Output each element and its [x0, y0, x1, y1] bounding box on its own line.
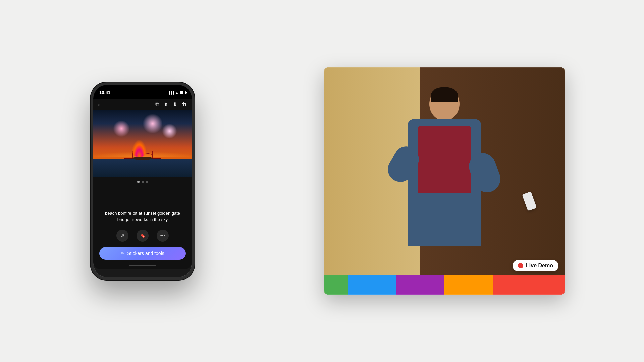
phone-time: 10:41	[99, 90, 110, 95]
live-demo-badge: Live Demo	[513, 260, 558, 272]
bonfire	[132, 140, 153, 160]
bonfire-base	[132, 157, 153, 160]
presenter-shirt	[418, 126, 471, 193]
toolbar-actions: ⧉ ⬆ ⬇ 🗑	[155, 101, 187, 108]
live-demo-label: Live Demo	[526, 263, 553, 269]
download-icon[interactable]: ⬇	[173, 101, 177, 108]
battery-icon	[180, 91, 186, 94]
carousel-dot-1[interactable]	[137, 181, 140, 183]
copy-icon[interactable]: ⧉	[155, 101, 159, 107]
bonfire-flames	[132, 140, 146, 157]
spacer	[93, 186, 192, 206]
image-caption-text: beach bonfire pit at sunset golden gate …	[105, 210, 180, 222]
home-bar	[129, 265, 156, 266]
presenter-body	[408, 119, 481, 246]
firework-2	[143, 114, 163, 134]
video-panel: Live Demo	[324, 67, 565, 295]
pencil-icon: ✏	[121, 251, 124, 256]
firework-3	[162, 124, 177, 139]
generated-image	[93, 110, 192, 177]
phone-notch	[126, 85, 159, 93]
bookmark-button[interactable]: 🔖	[137, 230, 149, 242]
carousel-dot-2[interactable]	[142, 181, 144, 183]
phone-toolbar: ‹ ⧉ ⬆ ⬇ 🗑	[93, 99, 192, 110]
refresh-button[interactable]: ↺	[116, 230, 128, 242]
live-indicator-dot	[518, 263, 523, 268]
phone-device: 10:41 ▐▐▐ ▲ ‹ ⧉ ⬆ ⬇ 🗑	[91, 82, 195, 280]
image-caption-area: beach bonfire pit at sunset golden gate …	[93, 206, 192, 228]
phone-action-icons: ↺ 🔖 •••	[93, 228, 192, 246]
wifi-icon: ▲	[175, 91, 178, 94]
firework-1	[113, 120, 130, 137]
floor-color-strip	[324, 275, 565, 295]
carousel-dot-3[interactable]	[146, 181, 148, 183]
delete-icon[interactable]: 🗑	[182, 101, 187, 107]
more-button[interactable]: •••	[157, 230, 169, 242]
presenter	[387, 87, 501, 275]
more-icon: •••	[160, 233, 165, 238]
refresh-icon: ↺	[120, 233, 124, 238]
back-button[interactable]: ‹	[98, 101, 155, 108]
share-icon[interactable]: ⬆	[164, 101, 168, 108]
stickers-tools-button[interactable]: ✏ Stickers and tools	[99, 247, 186, 260]
bookmark-icon: 🔖	[140, 233, 146, 238]
phone-status-bar: 10:41 ▐▐▐ ▲	[93, 85, 192, 99]
stickers-tools-label: Stickers and tools	[127, 251, 164, 256]
home-indicator	[93, 262, 192, 269]
phone-screen: ‹ ⧉ ⬆ ⬇ 🗑	[93, 99, 192, 262]
water-reflection	[93, 159, 192, 177]
signal-icon: ▐▐▐	[168, 91, 174, 94]
presenter-hair	[431, 87, 458, 102]
presenter-head	[429, 87, 460, 121]
phone-status-icons: ▐▐▐ ▲	[168, 91, 186, 94]
video-background: Live Demo	[324, 67, 565, 295]
image-carousel-dots	[93, 177, 192, 186]
phone-mockup: 10:41 ▐▐▐ ▲ ‹ ⧉ ⬆ ⬇ 🗑	[79, 82, 206, 280]
